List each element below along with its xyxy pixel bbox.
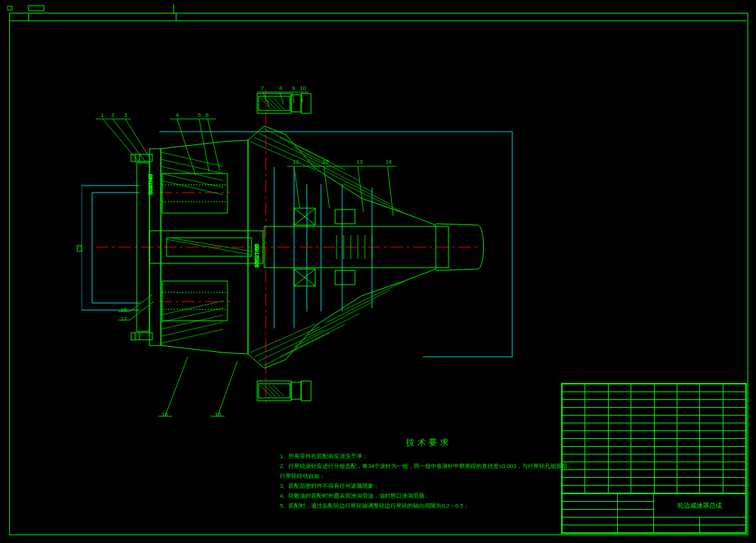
balloon-14: 14: [385, 159, 392, 165]
svg-line-107: [294, 166, 300, 208]
svg-line-31: [161, 315, 223, 329]
svg-line-101: [199, 119, 209, 171]
svg-line-59: [308, 302, 373, 335]
req-line-5: 5、装配时，通过齿配轮边行星轮轴调整轮边行星轮的轴向间隙为0.2～0.5；: [280, 501, 577, 511]
svg-rect-71: [335, 210, 355, 224]
svg-line-113: [165, 357, 188, 416]
balloon-11: 11: [293, 159, 299, 165]
svg-line-114: [218, 361, 237, 416]
svg-line-102: [208, 119, 220, 170]
balloon-8: 8: [279, 85, 282, 91]
balloon-13: 13: [356, 159, 363, 165]
parts-list-table: [562, 384, 746, 493]
balloon-5: 5: [198, 112, 201, 118]
balloon-3: 3: [124, 112, 127, 118]
balloon-18: 18: [120, 307, 127, 313]
svg-line-33: [161, 329, 223, 343]
svg-rect-123: [77, 246, 81, 251]
req-line-3: 3、装配后密封件不得有任何渗漏现象；: [280, 481, 577, 491]
svg-line-112: [130, 302, 154, 320]
svg-line-50: [308, 159, 373, 193]
balloon-10: 10: [300, 85, 306, 91]
svg-line-105: [293, 92, 294, 103]
balloon-2: 2: [111, 112, 114, 118]
svg-rect-72: [335, 270, 355, 285]
svg-rect-0: [7, 6, 12, 10]
assembly-drawing: 5037/45 35527/65: [81, 64, 521, 425]
svg-line-109: [358, 166, 363, 212]
drawing-title: 轮边减速器总成: [654, 494, 746, 518]
svg-rect-1: [28, 6, 44, 11]
frame-vsplit2: [176, 13, 176, 21]
svg-rect-83: [291, 95, 301, 112]
svg-line-25: [161, 159, 223, 173]
balloon-4: 4: [176, 112, 179, 118]
svg-line-27: [161, 173, 223, 188]
svg-line-30: [161, 308, 223, 322]
svg-line-29: [161, 301, 223, 315]
title-block: 轮边减速器总成: [561, 383, 747, 534]
svg-line-104: [280, 92, 283, 105]
bearing-label-2: 35527/65: [254, 244, 260, 268]
balloon-12: 12: [322, 159, 329, 165]
balloon-1: 1: [101, 112, 103, 118]
svg-line-43: [170, 238, 252, 251]
balloon-7: 7: [261, 85, 264, 91]
title-block-footer: 轮边减速器总成: [562, 493, 746, 533]
svg-line-51: [326, 171, 390, 204]
req-line-4: 4、轮毂油封装配时外圆表面涂润滑油，油封唇口涂润滑脂；: [280, 491, 577, 501]
frame-vsplit1: [28, 13, 29, 21]
balloon-17: 17: [120, 316, 127, 322]
requirements-title: 技术要求: [280, 438, 577, 447]
frame-split: [9, 21, 747, 21]
svg-line-32: [161, 322, 223, 336]
svg-line-60: [326, 290, 390, 323]
balloon-6: 6: [205, 112, 208, 118]
svg-line-97: [103, 119, 140, 163]
balloon-15: 15: [215, 411, 221, 418]
svg-line-99: [125, 119, 151, 160]
svg-rect-90: [291, 382, 301, 399]
balloon-16: 16: [162, 411, 168, 418]
balloon-9: 9: [292, 85, 295, 91]
bearing-label-1: 5037/45: [147, 174, 154, 195]
technical-requirements: 技术要求 1、所有零件在装配前应清洗干净； 2、行星轮滚针应进行分组选配，将34…: [280, 438, 577, 511]
left-center-mark: [77, 245, 84, 253]
req-line-2: 2、行星轮滚针应进行分组选配，将34个滚针为一组，同一组中各滚针中部测得的直径差…: [280, 462, 577, 481]
req-line-1: 1、所有零件在装配前应清洗干净；: [280, 452, 577, 462]
